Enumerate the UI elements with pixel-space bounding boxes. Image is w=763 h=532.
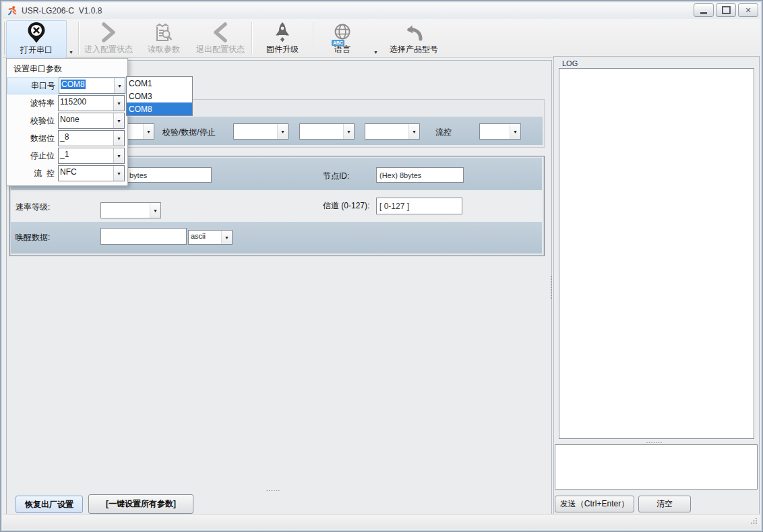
read-params-button[interactable]: 读取参数 (138, 20, 190, 57)
serial-params-popup: 设置串口参数 串口号 COM8 ▼ 波特率 115200 ▼ 校验位 None … (6, 58, 128, 186)
data-bit-combo[interactable]: _8 ▼ (58, 130, 125, 146)
rate-combo[interactable]: ▼ (100, 202, 161, 218)
wake-encoding-combo[interactable]: ascii▼ (188, 230, 233, 245)
chevron-left-icon (212, 20, 229, 44)
resize-grip-icon[interactable] (750, 515, 758, 527)
serial-params-title: 设置串口参数 (13, 63, 62, 75)
exit-config-label: 退出配置状态 (196, 44, 245, 55)
dropdown-option-com1[interactable]: COM1 (127, 77, 192, 90)
window-title: USR-LG206-C V1.0.8 (22, 6, 102, 16)
rocket-icon (274, 20, 291, 44)
wake-data-field[interactable] (100, 228, 187, 245)
chevron-down-icon: ▼ (510, 124, 520, 139)
channel-field[interactable]: [ 0-127 ] (376, 198, 462, 214)
minimize-icon (700, 12, 707, 14)
wake-band (11, 222, 542, 254)
databits-row: 数据位 _8 ▼ (7, 129, 127, 147)
chevron-down-icon[interactable]: ▼ (113, 113, 124, 128)
flow-label: 流控 (435, 127, 452, 138)
log-panel-title: LOG (562, 59, 578, 67)
parity-row: 校验位 None ▼ (7, 112, 127, 129)
flowctrl-label: 流 控 (7, 168, 55, 179)
com-port-dropdown: COM1 COM3 COM8 (126, 76, 193, 116)
horizontal-splitter-grip[interactable]: ...... (266, 486, 280, 492)
chevron-down-icon[interactable]: ▼ (113, 96, 124, 111)
maximize-icon (722, 6, 731, 14)
chevron-down-icon: ▼ (408, 124, 419, 139)
language-dropdown-arrow[interactable]: ▼ (373, 50, 378, 55)
select-model-label: 选择产品型号 (390, 44, 438, 55)
stop-bit-combo[interactable]: _1 ▼ (58, 148, 125, 164)
send-button[interactable]: 发送（Ctrl+Enter） (555, 496, 634, 512)
port-label: 串口号 (8, 80, 55, 92)
title-bar: USR-LG206-C V1.0.8 (3, 3, 760, 20)
select-model-button[interactable]: 选择产品型号 (382, 20, 446, 57)
port-value: COM8 (61, 80, 86, 89)
dropdown-option-com8[interactable]: COM8 (127, 102, 192, 115)
baud-rate-combo[interactable]: 115200 ▼ (58, 95, 125, 111)
port-row: 串口号 COM8 ▼ (7, 77, 127, 94)
firmware-upgrade-button[interactable]: 固件升级 (253, 20, 311, 57)
language-button[interactable]: ABC 语言 (317, 20, 368, 57)
app-logo-icon (7, 5, 18, 16)
parity-label: 校验位 (7, 115, 55, 127)
send-input-area[interactable] (555, 444, 758, 490)
parity-combo[interactable]: ▼ (233, 123, 288, 140)
app-window: USR-LG206-C V1.0.8 ✕ 打开串口 ▼ (0, 0, 763, 532)
maximize-button[interactable] (716, 3, 736, 17)
databits-label: 数据位 (7, 133, 55, 144)
chevron-down-icon[interactable]: ▼ (114, 78, 125, 93)
open-serial-button[interactable]: 打开串口 (6, 20, 67, 59)
restore-defaults-button[interactable]: 恢复出厂设置 (16, 496, 83, 513)
chevron-down-icon: ▼ (143, 124, 154, 139)
flowctrl-row: 流 控 NFC ▼ (7, 165, 127, 182)
stopbits-row: 停止位 _1 ▼ (7, 147, 127, 165)
exit-config-button[interactable]: 退出配置状态 (191, 20, 249, 57)
status-bar (3, 514, 760, 529)
parity-bit-combo[interactable]: None ▼ (58, 113, 125, 129)
channel-label: 信道 (0-127): (323, 200, 369, 212)
globe-icon: ABC (333, 20, 352, 44)
clear-button[interactable]: 清空 (638, 496, 691, 512)
firmware-upgrade-label: 固件升级 (266, 44, 299, 55)
chevron-down-icon[interactable]: ▼ (113, 131, 124, 146)
vertical-splitter-grip[interactable] (551, 276, 552, 299)
flow-combo[interactable]: ▼ (479, 123, 521, 140)
node-id-field[interactable]: (Hex) 8bytes (376, 167, 464, 183)
node-id-label: 节点ID: (323, 171, 349, 182)
stopbits-label: 停止位 (7, 150, 55, 162)
chevron-right-icon (100, 20, 117, 44)
chevron-down-icon: ▼ (221, 231, 232, 244)
chevron-down-icon: ▼ (150, 203, 160, 218)
read-params-label: 读取参数 (148, 44, 180, 55)
enter-config-button[interactable]: 进入配置状态 (81, 20, 136, 57)
stopbits-combo[interactable]: ▼ (365, 123, 420, 140)
parity-data-stop-label: 校验/数据/停止 (162, 127, 216, 138)
open-serial-dropdown-arrow[interactable]: ▼ (69, 50, 73, 55)
flow-control-combo[interactable]: NFC ▼ (58, 165, 125, 181)
close-button[interactable]: ✕ (738, 3, 758, 17)
chevron-down-icon[interactable]: ▼ (113, 148, 124, 163)
language-abc-badge: ABC (332, 40, 344, 46)
document-search-icon (154, 20, 174, 44)
rate-label: 速率等级: (16, 202, 50, 213)
baud-row: 波特率 115200 ▼ (7, 94, 127, 112)
log-splitter-grip[interactable]: ....... (633, 438, 676, 444)
minimize-button[interactable] (694, 3, 714, 17)
log-output-area[interactable] (559, 68, 754, 439)
databits-combo[interactable]: ▼ (299, 123, 355, 140)
chevron-down-icon: ▼ (343, 124, 354, 139)
enter-config-label: 进入配置状态 (84, 44, 133, 55)
set-all-params-button[interactable]: [一键设置所有参数] (88, 494, 193, 514)
toolbar: 打开串口 ▼ 进入配置状态 读取参数 (3, 19, 760, 58)
baud-label: 波特率 (7, 98, 55, 109)
close-icon: ✕ (745, 7, 751, 14)
chevron-down-icon[interactable]: ▼ (113, 166, 124, 181)
chevron-down-icon: ▼ (277, 124, 288, 139)
undo-arrow-icon (403, 20, 425, 44)
port-combo[interactable]: COM8 ▼ (59, 78, 125, 94)
dropdown-option-com3[interactable]: COM3 (127, 90, 192, 102)
serial-pin-icon (27, 21, 46, 45)
wake-data-label: 唤醒数据: (16, 232, 50, 243)
open-serial-label: 打开串口 (20, 45, 53, 56)
